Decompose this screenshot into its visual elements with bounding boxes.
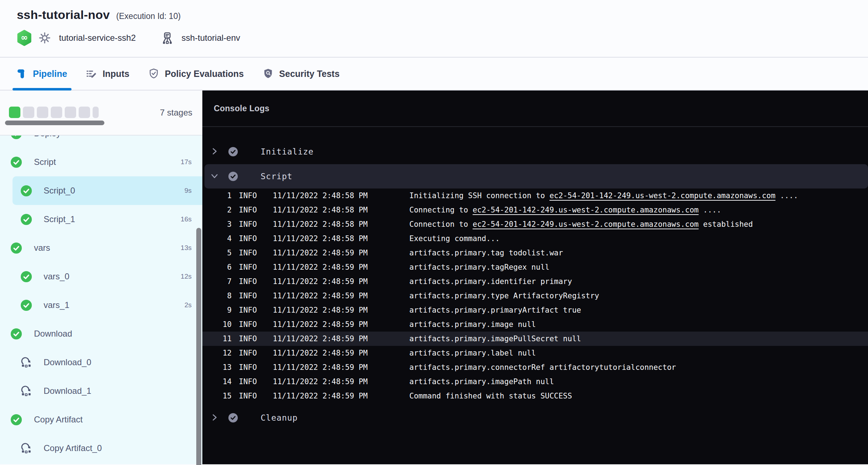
stage-status-icon [21,214,32,225]
stage-label: Download_0 [44,357,91,367]
log-timestamp: 11/11/2022 2:48:59 PM [273,249,402,257]
check-circle-icon [11,243,22,254]
stage-row-download[interactable]: Download [0,319,202,348]
service-name[interactable]: tutorial-service-ssh2 [59,33,136,43]
tab-label: Pipeline [33,69,67,79]
log-line: 2 INFO 11/11/2022 2:48:58 PM Connecting … [202,203,868,217]
environment-name[interactable]: ssh-tutorial-env [182,33,240,43]
check-circle-icon [11,157,22,168]
stage-row-download_0[interactable]: Download_0 [0,348,202,377]
stage-label: Script [34,157,56,167]
log-line: 13 INFO 11/11/2022 2:48:59 PM artifacts.… [202,360,868,375]
stage-status-icon [11,243,22,254]
console-section-initialize[interactable]: Initialize [202,139,868,164]
stage-square-done [9,107,20,118]
log-level: INFO [239,363,266,372]
stage-label: Script_1 [44,214,75,224]
console-section-script[interactable]: Script [204,164,868,189]
log-line: 11 INFO 11/11/2022 2:48:59 PM artifacts.… [202,332,868,346]
stage-progress-squares [9,107,99,118]
section-status-icon [228,171,238,181]
log-line-number: 12 [202,349,232,357]
host-link[interactable]: ec2-54-201-142-249.us-west-2.compute.ama… [549,191,775,200]
stage-status-icon [21,185,32,196]
stage-row-copy-artifact_0[interactable]: Copy Artifact_0 [0,434,202,462]
console-panel: Console Logs Initialize Script 1 INFO 11… [202,90,868,464]
stage-row-vars_0[interactable]: vars_0 12s [0,262,202,291]
log-line-number: 8 [202,292,232,300]
log-timestamp: 11/11/2022 2:48:59 PM [273,334,402,343]
log-message: artifacts.primary.connectorRef artifacto… [409,363,676,372]
host-link[interactable]: ec2-54-201-142-249.us-west-2.compute.ama… [473,220,699,229]
log-line: 1 INFO 11/11/2022 2:48:58 PM Initializin… [202,189,868,203]
stage-step-list: Deploy 29s Script 17s Script_0 9s Script… [0,136,202,464]
check-circle-icon [11,328,22,339]
check-circle-icon [21,214,32,225]
stage-square-pending [65,107,76,118]
chevron-icon[interactable] [211,414,219,422]
tab-inputs[interactable]: Inputs [86,58,129,90]
check-circle-icon [21,185,32,196]
stage-row-script[interactable]: Script 17s [0,148,202,176]
stage-duration: 13s [181,244,192,252]
stage-status-icon [11,136,22,139]
stage-status-icon [21,271,32,282]
console-section-cleanup[interactable]: Cleanup [202,405,868,430]
log-line: 3 INFO 11/11/2022 2:48:58 PM Connection … [202,217,868,231]
tab-policy-evaluations[interactable]: Policy Evaluations [148,58,244,90]
stage-label: Download [34,329,72,339]
stage-status-icon [21,300,32,311]
stage-duration: 2s [184,301,192,309]
stage-row-copy-artifact[interactable]: Copy Artifact [0,405,202,434]
check-circle-icon [21,271,32,282]
log-timestamp: 11/11/2022 2:48:58 PM [273,220,402,229]
pipeline-icon [17,68,28,79]
log-line: 4 INFO 11/11/2022 2:48:58 PM Executing c… [202,231,868,246]
stage-row-script_0[interactable]: Script_0 9s [13,176,202,205]
tab-security-tests[interactable]: Security Tests [262,58,340,90]
stage-status-icon [11,414,22,425]
host-link[interactable]: ec2-54-201-142-249.us-west-2.compute.ama… [473,206,699,214]
log-level: INFO [239,191,266,200]
log-level: INFO [239,334,266,343]
rerun-step-icon [21,357,32,368]
stage-label: Copy Artifact_0 [44,443,102,453]
stage-duration: 9s [184,187,192,195]
log-line-number: 10 [202,320,232,329]
stage-duration: 29s [181,136,192,137]
log-message: artifacts.primary.primaryArtifact true [409,306,581,314]
stage-row-vars_1[interactable]: vars_1 2s [0,291,202,319]
tab-pipeline[interactable]: Pipeline [17,58,67,90]
stage-strip-scrollbar[interactable] [5,121,104,125]
chevron-icon[interactable] [211,172,219,180]
stage-row-deploy[interactable]: Deploy 29s [0,136,202,148]
tab-label: Policy Evaluations [165,69,244,79]
tab-label: Security Tests [279,69,340,79]
stage-row-vars[interactable]: vars 13s [0,234,202,262]
chevron-icon[interactable] [211,148,219,156]
log-timestamp: 11/11/2022 2:48:59 PM [273,306,402,314]
check-circle-icon [11,414,22,425]
log-line: 6 INFO 11/11/2022 2:48:59 PM artifacts.p… [202,260,868,274]
log-line-number: 13 [202,363,232,372]
console-body: Initialize Script 1 INFO 11/11/2022 2:48… [202,127,868,430]
inputs-icon [86,68,97,79]
log-level: INFO [239,263,266,271]
stage-duration: 16s [181,215,192,223]
sidebar-scrollbar[interactable] [196,228,201,465]
log-line: 15 INFO 11/11/2022 2:48:59 PM Command fi… [202,389,868,403]
section-label: Cleanup [261,413,298,422]
log-line-number: 9 [202,306,232,314]
gear-icon [38,31,51,44]
environment-icon [161,31,174,44]
log-message: Command finished with status SUCCESS [409,392,572,400]
log-line-number: 6 [202,263,232,271]
execution-header: ssh-tutorial-nov (Execution Id: 10) ∞ tu… [0,0,868,58]
stage-row-script_1[interactable]: Script_1 16s [0,205,202,234]
stage-square-pending [93,107,99,118]
stages-progress-header: 7 stages [0,90,202,136]
log-timestamp: 11/11/2022 2:48:59 PM [273,392,402,400]
log-level: INFO [239,206,266,214]
stage-row-download_1[interactable]: Download_1 [0,377,202,405]
section-status-icon [228,413,238,423]
